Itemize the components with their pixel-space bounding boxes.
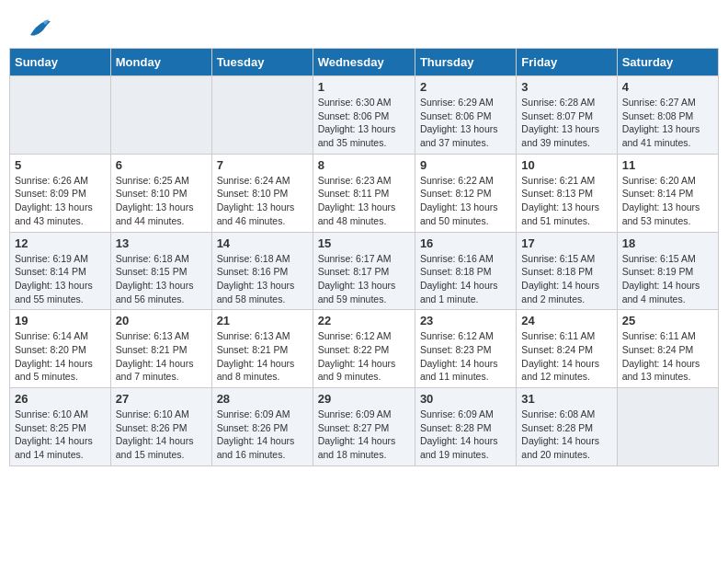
calendar-cell: 5Sunrise: 6:26 AM Sunset: 8:09 PM Daylig… xyxy=(10,154,111,232)
calendar-cell: 20Sunrise: 6:13 AM Sunset: 8:21 PM Dayli… xyxy=(110,310,211,388)
day-info: Sunrise: 6:14 AM Sunset: 8:20 PM Dayligh… xyxy=(15,329,106,384)
day-info: Sunrise: 6:09 AM Sunset: 8:27 PM Dayligh… xyxy=(318,408,410,462)
day-number: 24 xyxy=(521,314,611,327)
calendar-cell xyxy=(110,76,211,155)
day-info: Sunrise: 6:23 AM Sunset: 8:11 PM Dayligh… xyxy=(318,174,410,228)
calendar-cell xyxy=(10,76,111,155)
calendar-cell: 28Sunrise: 6:09 AM Sunset: 8:26 PM Dayli… xyxy=(211,388,313,466)
calendar-week-row: 12Sunrise: 6:19 AM Sunset: 8:14 PM Dayli… xyxy=(10,232,719,310)
day-number: 9 xyxy=(420,158,511,172)
day-info: Sunrise: 6:27 AM Sunset: 8:08 PM Dayligh… xyxy=(622,96,713,150)
logo xyxy=(23,18,52,39)
calendar-cell: 25Sunrise: 6:11 AM Sunset: 8:24 PM Dayli… xyxy=(617,310,718,388)
day-info: Sunrise: 6:20 AM Sunset: 8:14 PM Dayligh… xyxy=(622,174,713,228)
calendar-cell: 24Sunrise: 6:11 AM Sunset: 8:24 PM Dayli… xyxy=(517,310,617,388)
day-info: Sunrise: 6:15 AM Sunset: 8:19 PM Dayligh… xyxy=(622,252,713,306)
day-number: 14 xyxy=(217,236,308,250)
day-info: Sunrise: 6:12 AM Sunset: 8:23 PM Dayligh… xyxy=(420,329,511,384)
day-number: 20 xyxy=(116,314,207,327)
day-number: 8 xyxy=(318,158,410,172)
weekday-header-thursday: Thursday xyxy=(415,49,516,76)
day-info: Sunrise: 6:16 AM Sunset: 8:18 PM Dayligh… xyxy=(420,252,511,306)
day-info: Sunrise: 6:11 AM Sunset: 8:24 PM Dayligh… xyxy=(622,329,713,384)
day-info: Sunrise: 6:09 AM Sunset: 8:26 PM Dayligh… xyxy=(217,408,308,462)
calendar-cell: 26Sunrise: 6:10 AM Sunset: 8:25 PM Dayli… xyxy=(10,388,111,466)
day-info: Sunrise: 6:26 AM Sunset: 8:09 PM Dayligh… xyxy=(15,174,106,228)
calendar-cell: 2Sunrise: 6:29 AM Sunset: 8:06 PM Daylig… xyxy=(415,76,516,155)
day-number: 2 xyxy=(420,80,511,94)
day-info: Sunrise: 6:25 AM Sunset: 8:10 PM Dayligh… xyxy=(116,174,207,228)
day-info: Sunrise: 6:19 AM Sunset: 8:14 PM Dayligh… xyxy=(15,252,106,306)
logo-bird-icon xyxy=(27,18,52,39)
day-info: Sunrise: 6:10 AM Sunset: 8:25 PM Dayligh… xyxy=(15,408,106,462)
day-number: 29 xyxy=(318,392,410,406)
weekday-header-wednesday: Wednesday xyxy=(313,49,415,76)
weekday-header-saturday: Saturday xyxy=(617,49,718,76)
day-info: Sunrise: 6:18 AM Sunset: 8:16 PM Dayligh… xyxy=(217,252,308,306)
weekday-header-friday: Friday xyxy=(517,49,617,76)
day-number: 17 xyxy=(521,236,611,250)
day-number: 30 xyxy=(420,392,511,406)
calendar-cell: 11Sunrise: 6:20 AM Sunset: 8:14 PM Dayli… xyxy=(617,154,718,232)
calendar-cell: 15Sunrise: 6:17 AM Sunset: 8:17 PM Dayli… xyxy=(313,232,415,310)
calendar-cell: 23Sunrise: 6:12 AM Sunset: 8:23 PM Dayli… xyxy=(415,310,516,388)
day-number: 5 xyxy=(15,158,106,172)
calendar-cell: 31Sunrise: 6:08 AM Sunset: 8:28 PM Dayli… xyxy=(517,388,617,466)
weekday-header-row: SundayMondayTuesdayWednesdayThursdayFrid… xyxy=(10,49,719,76)
calendar-cell: 8Sunrise: 6:23 AM Sunset: 8:11 PM Daylig… xyxy=(313,154,415,232)
calendar-week-row: 19Sunrise: 6:14 AM Sunset: 8:20 PM Dayli… xyxy=(10,310,719,388)
page-header xyxy=(9,9,719,43)
calendar-cell: 12Sunrise: 6:19 AM Sunset: 8:14 PM Dayli… xyxy=(10,232,111,310)
weekday-header-monday: Monday xyxy=(110,49,211,76)
day-info: Sunrise: 6:17 AM Sunset: 8:17 PM Dayligh… xyxy=(318,252,410,306)
calendar-cell: 1Sunrise: 6:30 AM Sunset: 8:06 PM Daylig… xyxy=(313,76,415,155)
day-info: Sunrise: 6:10 AM Sunset: 8:26 PM Dayligh… xyxy=(116,408,207,462)
day-info: Sunrise: 6:28 AM Sunset: 8:07 PM Dayligh… xyxy=(521,96,611,150)
calendar-cell: 17Sunrise: 6:15 AM Sunset: 8:18 PM Dayli… xyxy=(517,232,617,310)
day-info: Sunrise: 6:13 AM Sunset: 8:21 PM Dayligh… xyxy=(116,329,207,384)
day-number: 1 xyxy=(318,80,410,94)
day-number: 7 xyxy=(217,158,308,172)
calendar-cell: 3Sunrise: 6:28 AM Sunset: 8:07 PM Daylig… xyxy=(517,76,617,155)
calendar-cell: 21Sunrise: 6:13 AM Sunset: 8:21 PM Dayli… xyxy=(211,310,313,388)
calendar-cell xyxy=(617,388,718,466)
day-number: 10 xyxy=(521,158,611,172)
calendar-cell: 30Sunrise: 6:09 AM Sunset: 8:28 PM Dayli… xyxy=(415,388,516,466)
day-number: 16 xyxy=(420,236,511,250)
calendar-cell xyxy=(211,76,313,155)
day-number: 28 xyxy=(217,392,308,406)
day-number: 6 xyxy=(116,158,207,172)
calendar-cell: 13Sunrise: 6:18 AM Sunset: 8:15 PM Dayli… xyxy=(110,232,211,310)
day-number: 19 xyxy=(15,314,106,327)
day-number: 12 xyxy=(15,236,106,250)
day-info: Sunrise: 6:29 AM Sunset: 8:06 PM Dayligh… xyxy=(420,96,511,150)
day-number: 15 xyxy=(318,236,410,250)
calendar-cell: 19Sunrise: 6:14 AM Sunset: 8:20 PM Dayli… xyxy=(10,310,111,388)
day-info: Sunrise: 6:11 AM Sunset: 8:24 PM Dayligh… xyxy=(521,329,611,384)
day-number: 31 xyxy=(521,392,611,406)
calendar-cell: 4Sunrise: 6:27 AM Sunset: 8:08 PM Daylig… xyxy=(617,76,718,155)
calendar-cell: 16Sunrise: 6:16 AM Sunset: 8:18 PM Dayli… xyxy=(415,232,516,310)
calendar-cell: 10Sunrise: 6:21 AM Sunset: 8:13 PM Dayli… xyxy=(517,154,617,232)
day-number: 22 xyxy=(318,314,410,327)
day-number: 11 xyxy=(622,158,713,172)
day-info: Sunrise: 6:08 AM Sunset: 8:28 PM Dayligh… xyxy=(521,408,611,462)
day-info: Sunrise: 6:24 AM Sunset: 8:10 PM Dayligh… xyxy=(217,174,308,228)
day-info: Sunrise: 6:15 AM Sunset: 8:18 PM Dayligh… xyxy=(521,252,611,306)
day-info: Sunrise: 6:18 AM Sunset: 8:15 PM Dayligh… xyxy=(116,252,207,306)
day-number: 3 xyxy=(521,80,611,94)
calendar-cell: 14Sunrise: 6:18 AM Sunset: 8:16 PM Dayli… xyxy=(211,232,313,310)
calendar-cell: 18Sunrise: 6:15 AM Sunset: 8:19 PM Dayli… xyxy=(617,232,718,310)
calendar-cell: 22Sunrise: 6:12 AM Sunset: 8:22 PM Dayli… xyxy=(313,310,415,388)
weekday-header-sunday: Sunday xyxy=(10,49,111,76)
day-number: 27 xyxy=(116,392,207,406)
day-number: 25 xyxy=(622,314,713,327)
calendar-cell: 7Sunrise: 6:24 AM Sunset: 8:10 PM Daylig… xyxy=(211,154,313,232)
day-number: 18 xyxy=(622,236,713,250)
day-number: 4 xyxy=(622,80,713,94)
calendar-week-row: 5Sunrise: 6:26 AM Sunset: 8:09 PM Daylig… xyxy=(10,154,719,232)
calendar-cell: 29Sunrise: 6:09 AM Sunset: 8:27 PM Dayli… xyxy=(313,388,415,466)
calendar-week-row: 1Sunrise: 6:30 AM Sunset: 8:06 PM Daylig… xyxy=(10,76,719,155)
day-number: 21 xyxy=(217,314,308,327)
day-info: Sunrise: 6:21 AM Sunset: 8:13 PM Dayligh… xyxy=(521,174,611,228)
